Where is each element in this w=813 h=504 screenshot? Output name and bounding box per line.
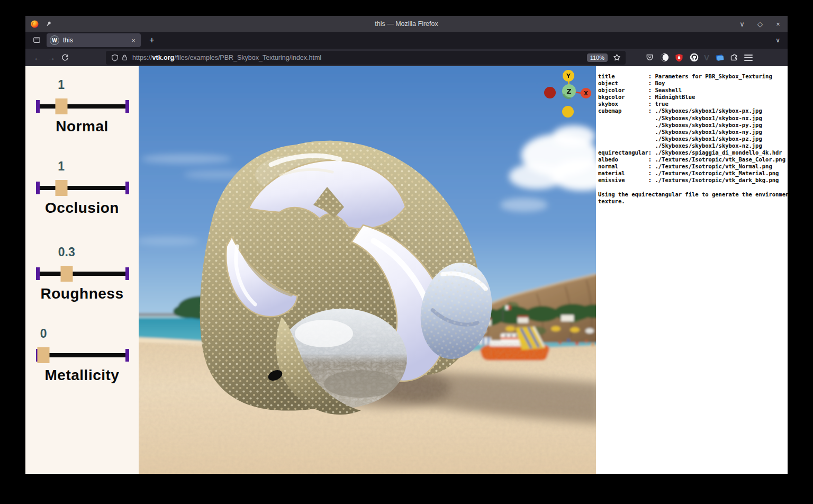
slider-label: Metallicity — [25, 367, 139, 384]
back-button[interactable]: ← — [31, 51, 44, 64]
bookmark-star-icon[interactable] — [612, 53, 621, 62]
slider-value: 1 — [58, 78, 65, 92]
page-content: 1 Normal 1 Occlusion 0.3 — [25, 66, 788, 474]
parameters-panel: title : Parameters for PBR_Skybox_Textur… — [596, 66, 788, 474]
maximize-button[interactable]: ◇ — [756, 20, 764, 28]
desktop-background: this — Mozilla Firefox ∨ ◇ × W this × + … — [0, 0, 813, 504]
slider-label: Roughness — [25, 285, 139, 302]
window-titlebar[interactable]: this — Mozilla Firefox ∨ ◇ × — [25, 16, 788, 32]
browser-tab[interactable]: W this × — [47, 33, 141, 47]
slider-label: Normal — [25, 118, 139, 135]
axis-x-label: X — [584, 91, 588, 96]
forward-button[interactable]: → — [44, 51, 58, 64]
roughness-slider: 0.3 Roughness — [25, 245, 139, 303]
slider-handle[interactable] — [55, 98, 67, 114]
firefox-window: this — Mozilla Firefox ∨ ◇ × W this × + … — [25, 16, 788, 474]
close-button[interactable]: × — [774, 20, 782, 28]
pin-icon — [43, 19, 53, 29]
list-tabs-button[interactable]: ∨ — [775, 37, 780, 44]
wordpress-favicon-icon: W — [50, 35, 59, 45]
url-text[interactable]: https://vtk.org/files/examples/PBR_Skybo… — [132, 54, 587, 61]
slider-track[interactable] — [38, 272, 127, 276]
slider-track[interactable] — [38, 104, 127, 109]
render-canvas[interactable]: Y Z X — [139, 66, 596, 474]
axis-neg-y-handle — [562, 106, 574, 118]
axis-z-label: Z — [566, 87, 571, 95]
slider-track[interactable] — [38, 186, 127, 190]
minimize-button[interactable]: ∨ — [738, 20, 746, 28]
tab-title: this — [63, 37, 129, 44]
axis-y-label: Y — [566, 73, 571, 79]
slider-value: 1 — [58, 159, 65, 174]
slider-handle[interactable] — [55, 180, 67, 196]
slider-handle[interactable] — [60, 266, 73, 282]
new-tab-button[interactable]: + — [146, 34, 158, 46]
slider-value: 0 — [40, 327, 47, 341]
navigation-toolbar: ← → https://vtk.org/files/exam — [25, 49, 788, 66]
slider-track[interactable] — [38, 353, 127, 357]
reload-button[interactable] — [58, 51, 72, 64]
shield-icon[interactable] — [110, 53, 120, 62]
axis-neg-x-handle — [544, 87, 556, 98]
github-extension-icon[interactable] — [689, 53, 699, 62]
controls-sidebar: 1 Normal 1 Occlusion 0.3 — [25, 66, 139, 474]
tab-close-button[interactable]: × — [129, 37, 138, 44]
url-bar[interactable]: https://vtk.org/files/examples/PBR_Skybo… — [106, 51, 626, 65]
menu-button[interactable] — [744, 55, 753, 61]
lock-icon[interactable] — [120, 53, 129, 62]
v-extension-icon[interactable]: V — [704, 53, 709, 62]
slider-label: Occlusion — [25, 200, 139, 217]
folder-extension-icon[interactable] — [715, 53, 724, 62]
extensions-puzzle-icon[interactable] — [729, 53, 739, 62]
tab-strip: W this × + ∨ — [25, 32, 788, 49]
page-zoom-badge[interactable]: 110% — [587, 53, 608, 62]
firefox-view-button[interactable] — [30, 34, 43, 46]
slider-handle[interactable] — [38, 347, 50, 363]
metallicity-slider: 0 Metallicity — [25, 327, 139, 385]
moon-extension-icon[interactable] — [660, 53, 669, 62]
window-title: this — Mozilla Firefox — [25, 20, 788, 28]
firefox-logo-icon — [30, 19, 39, 29]
occlusion-slider: 1 Occlusion — [25, 159, 139, 218]
slider-value: 0.3 — [58, 245, 75, 259]
shield-lock-extension-icon[interactable] — [674, 53, 684, 62]
pocket-extension-icon[interactable] — [645, 53, 654, 62]
normal-slider: 1 Normal — [25, 78, 139, 136]
parameters-text: title : Parameters for PBR_Skybox_Textur… — [596, 66, 788, 205]
